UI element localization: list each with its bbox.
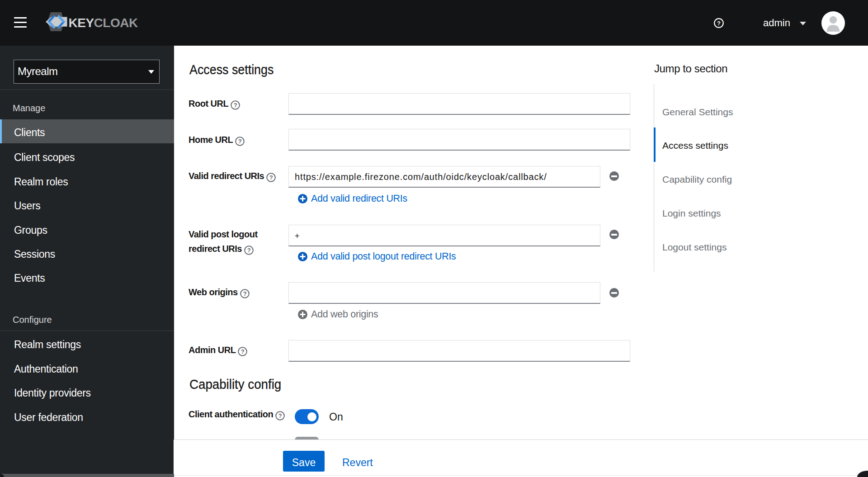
svg-text:?: ?	[278, 412, 282, 419]
svg-text:?: ?	[247, 247, 251, 254]
svg-text:KEYCLOAK: KEYCLOAK	[69, 16, 138, 30]
svg-text:?: ?	[717, 20, 721, 27]
svg-text:?: ?	[238, 138, 242, 145]
svg-text:?: ?	[234, 102, 237, 109]
svg-text:?: ?	[243, 290, 246, 297]
svg-text:?: ?	[269, 174, 273, 181]
svg-text:?: ?	[241, 348, 245, 355]
